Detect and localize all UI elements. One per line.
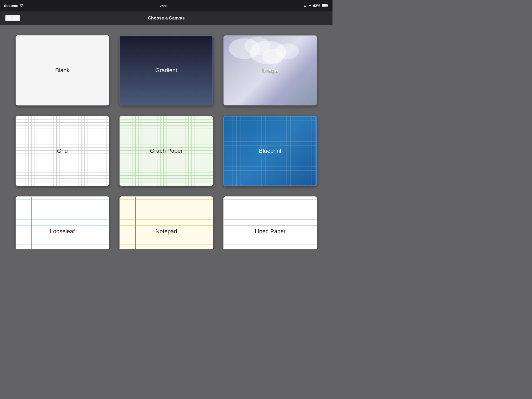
location-icon: ▲ [303, 4, 307, 8]
canvas-label-gradient: Gradient [155, 67, 177, 74]
canvas-option-graph-paper[interactable]: Graph Paper [119, 116, 213, 186]
canvas-label-grid: Grid [57, 148, 68, 154]
status-left: docomo [4, 4, 24, 8]
wifi-icon [20, 4, 24, 8]
svg-rect-2 [322, 4, 327, 7]
canvas-label-graph-paper: Graph Paper [150, 148, 183, 154]
canvas-option-notepad[interactable]: Notepad [119, 196, 213, 249]
canvas-option-lined-paper[interactable]: Lined Paper [223, 196, 317, 249]
canvas-option-image[interactable]: Image [223, 35, 317, 105]
canvas-option-blank[interactable]: Blank [16, 35, 109, 105]
cancel-button[interactable]: Cancel [5, 15, 20, 21]
canvas-label-lined-paper: Lined Paper [255, 228, 286, 235]
page-title: Choose a Canvas [148, 16, 185, 21]
canvas-grid: Blank Gradient Image Grid Graph Paper Bl… [0, 25, 332, 249]
canvas-label-notepad: Notepad [155, 228, 177, 235]
canvas-label-looseleaf: Looseleaf [50, 228, 75, 235]
battery-label: 92% [313, 4, 320, 8]
canvas-option-gradient[interactable]: Gradient [119, 35, 213, 105]
canvas-label-blank: Blank [55, 67, 69, 74]
status-time: 7:26 [160, 4, 168, 8]
nav-bar: Cancel Choose a Canvas [0, 11, 332, 25]
canvas-option-looseleaf[interactable]: Looseleaf [16, 196, 109, 249]
looseleaf-margin-line [31, 197, 32, 249]
svg-point-0 [22, 6, 22, 7]
bluetooth-icon: ✦ [308, 4, 311, 8]
status-right: ▲ ✦ 92% [303, 4, 328, 8]
carrier-label: docomo [4, 4, 18, 8]
lined-background [224, 197, 317, 249]
canvas-label-blueprint: Blueprint [259, 148, 282, 154]
notepad-background [120, 197, 213, 249]
canvas-label-image: Image [262, 67, 278, 74]
battery-icon [322, 4, 328, 8]
canvas-option-blueprint[interactable]: Blueprint [223, 116, 317, 186]
notepad-margin-line [135, 197, 136, 249]
status-bar: docomo 7:26 ▲ ✦ 92% [0, 0, 332, 11]
canvas-option-grid[interactable]: Grid [16, 116, 109, 186]
looseleaf-background [16, 197, 109, 249]
